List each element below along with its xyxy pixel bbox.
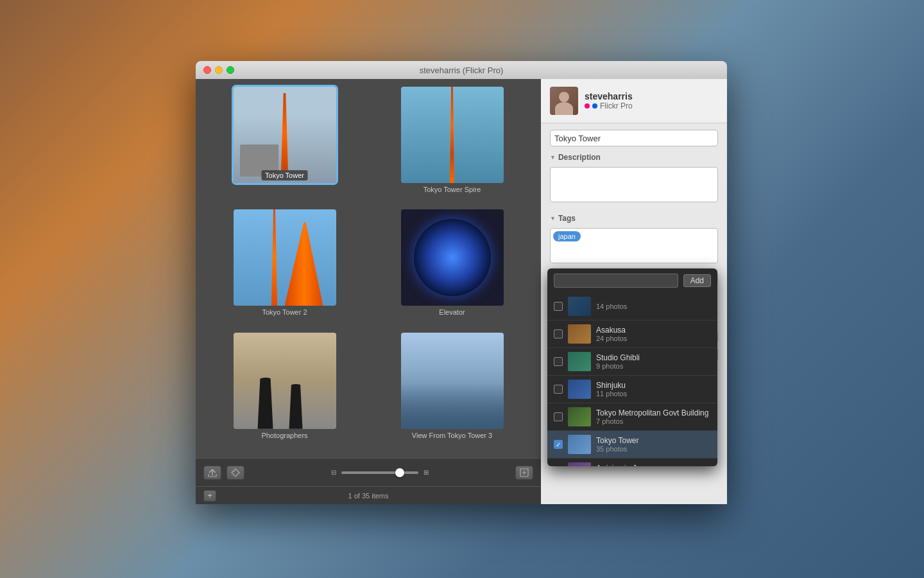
- album-info: Arriving in Japan 5 photos: [596, 464, 711, 466]
- window-title: steveharris (Flickr Pro): [420, 66, 504, 75]
- photo-thumbnail[interactable]: [401, 333, 504, 429]
- album-checkbox[interactable]: [554, 357, 563, 366]
- description-label: Description: [558, 153, 601, 162]
- close-button[interactable]: [203, 66, 211, 74]
- photo-label: Elevator: [439, 308, 465, 316]
- username: steveharris: [585, 91, 718, 101]
- status-text: 1 of 35 items: [348, 492, 389, 500]
- photo-toolbar: ⊟ ⊞: [196, 458, 541, 486]
- list-item: Tokyo Tower 2: [203, 209, 366, 327]
- dropdown-list: 14 photos Asakusa 24 photos Studio Ghibl…: [547, 293, 717, 466]
- album-checkbox[interactable]: [554, 412, 563, 421]
- user-section: steveharris Flickr Pro: [541, 79, 727, 123]
- photo-image: [234, 209, 336, 306]
- photo-label: View From Tokyo Tower 3: [412, 432, 492, 439]
- album-info: Studio Ghibli 9 photos: [596, 353, 711, 370]
- user-info: steveharris Flickr Pro: [585, 91, 718, 110]
- flickr-blue-dot: [592, 103, 597, 109]
- album-checkbox[interactable]: [554, 385, 563, 394]
- album-thumbnail: [568, 435, 591, 454]
- album-count: 24 photos: [596, 335, 711, 342]
- description-textarea[interactable]: [550, 167, 718, 202]
- photo-thumbnail[interactable]: [401, 209, 504, 306]
- album-name: Tokyo Tower: [596, 436, 711, 445]
- album-count: 14 photos: [596, 302, 711, 310]
- tag-button[interactable]: [227, 466, 244, 480]
- title-input[interactable]: [550, 130, 718, 146]
- album-info: Shinjuku 11 photos: [596, 381, 711, 398]
- photo-label: Tokyo Tower Spire: [424, 186, 481, 193]
- album-name: Asakusa: [596, 326, 711, 335]
- minimize-button[interactable]: [215, 66, 223, 74]
- status-bar: + 1 of 35 items: [196, 486, 541, 504]
- list-item[interactable]: Tokyo Metropolitan Govt Building 7 photo…: [547, 403, 717, 431]
- photo-panel: Tokyo Tower Tokyo Tower Spire Tokyo Towe…: [196, 79, 541, 504]
- maximize-button[interactable]: [227, 66, 234, 74]
- album-name: Studio Ghibli: [596, 353, 711, 362]
- album-count: 11 photos: [596, 390, 711, 398]
- zoom-out-icon: ⊟: [331, 469, 336, 476]
- fullscreen-button[interactable]: [515, 466, 533, 480]
- dropdown-add-button[interactable]: Add: [683, 274, 711, 287]
- pro-label: Flickr Pro: [600, 101, 633, 110]
- tags-section-header[interactable]: ▼ Tags: [541, 210, 727, 225]
- list-item[interactable]: Asakusa 24 photos: [547, 320, 717, 348]
- album-thumbnail: [568, 462, 591, 466]
- avatar: [550, 87, 578, 115]
- description-section-header[interactable]: ▼ Description: [541, 149, 727, 164]
- album-name: Arriving in Japan: [596, 464, 711, 466]
- list-item[interactable]: Shinjuku 11 photos: [547, 376, 717, 403]
- album-count: 7 photos: [596, 417, 711, 425]
- list-item: Photographers: [203, 333, 366, 450]
- photo-image: [234, 87, 336, 183]
- album-name: Tokyo Metropolitan Govt Building: [596, 408, 711, 417]
- flickr-badge: Flickr Pro: [585, 101, 718, 110]
- photo-label: Tokyo Tower 2: [262, 308, 307, 316]
- photo-thumbnail[interactable]: [401, 87, 504, 183]
- photo-thumbnail[interactable]: [234, 333, 336, 429]
- album-thumbnail: [568, 407, 591, 426]
- photo-grid: Tokyo Tower Tokyo Tower Spire Tokyo Towe…: [196, 79, 541, 458]
- list-item[interactable]: Studio Ghibli 9 photos: [547, 348, 717, 376]
- album-name: Shinjuku: [596, 381, 711, 390]
- album-checkbox[interactable]: [554, 302, 563, 311]
- selected-label: Tokyo Tower: [261, 170, 308, 180]
- tag-pill: japan: [553, 231, 581, 241]
- photo-thumbnail[interactable]: Tokyo Tower: [234, 87, 336, 183]
- album-checkbox[interactable]: [554, 440, 563, 449]
- traffic-lights: [203, 66, 234, 74]
- album-count: 9 photos: [596, 362, 711, 370]
- share-button[interactable]: [203, 466, 221, 480]
- album-info: 14 photos: [596, 302, 711, 310]
- album-info: Tokyo Tower 35 photos: [596, 436, 711, 453]
- add-photo-button[interactable]: +: [203, 490, 216, 502]
- list-item: View From Tokyo Tower 3: [371, 333, 533, 450]
- list-item: Tokyo Tower: [203, 87, 366, 204]
- photo-image: [401, 333, 504, 429]
- list-item: Tokyo Tower Spire: [371, 87, 533, 204]
- tags-area[interactable]: japan: [550, 228, 718, 263]
- album-thumbnail: [568, 297, 591, 316]
- photo-image: [401, 209, 504, 306]
- album-thumbnail: [568, 352, 591, 371]
- album-checkbox[interactable]: [554, 329, 563, 338]
- description-content: [541, 164, 727, 210]
- list-item[interactable]: Tokyo Tower 35 photos: [547, 431, 717, 459]
- svg-point-0: [234, 470, 235, 471]
- photo-image: [234, 333, 336, 429]
- list-item[interactable]: Arriving in Japan 5 photos: [547, 459, 717, 466]
- titlebar: steveharris (Flickr Pro): [196, 61, 727, 79]
- list-item[interactable]: 14 photos: [547, 293, 717, 320]
- album-thumbnail: [568, 324, 591, 344]
- zoom-in-icon: ⊞: [424, 469, 429, 476]
- slider-thumb: [395, 468, 404, 477]
- album-dropdown: Add 14 photos Asakusa 24 photos S: [547, 268, 717, 466]
- album-info: Asakusa 24 photos: [596, 326, 711, 342]
- photo-label: Photographers: [261, 432, 307, 439]
- zoom-slider[interactable]: [341, 471, 418, 474]
- zoom-slider-container: ⊟ ⊞: [250, 469, 510, 476]
- photo-thumbnail[interactable]: [234, 209, 336, 306]
- album-search-input[interactable]: [554, 274, 678, 288]
- dropdown-header: Add: [547, 268, 717, 293]
- tags-label: Tags: [558, 214, 576, 223]
